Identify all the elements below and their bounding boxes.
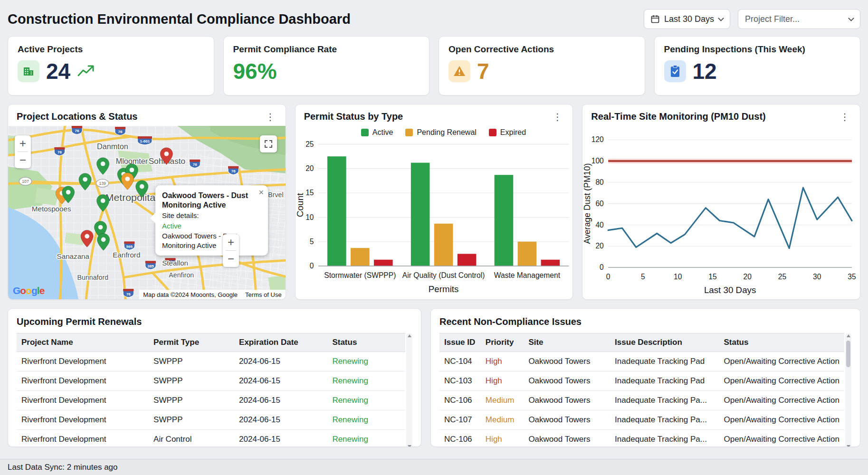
google-logo[interactable]: Google	[13, 285, 44, 296]
svg-text:100: 100	[591, 157, 604, 165]
legend-swatch	[361, 129, 369, 136]
kebab-menu-icon[interactable]: ⋮	[551, 112, 564, 122]
svg-text:5: 5	[641, 273, 645, 281]
svg-text:385: 385	[147, 264, 154, 268]
table-cell: Riverfront Development	[17, 410, 149, 430]
map-town-label: Steallon	[162, 259, 188, 267]
svg-text:Average Dust (PM10): Average Dust (PM10)	[582, 163, 592, 244]
scroll-up-icon[interactable]	[847, 334, 850, 337]
legend-label: Active	[372, 128, 393, 137]
kpi-value: 24	[46, 60, 70, 82]
bar	[494, 175, 513, 266]
table-cell: Oakwood Towers	[524, 371, 610, 391]
date-range-selector[interactable]: Last 30 Days	[644, 9, 730, 29]
highway-shield-icon: 1-601	[138, 136, 152, 145]
scrollbar-thumb[interactable]	[846, 341, 850, 367]
table-cell: NC-106	[439, 430, 481, 447]
bar	[411, 163, 430, 266]
terms-of-use-link[interactable]: Terms of Use	[241, 290, 286, 299]
map-panel-title: Project Locations & Status	[17, 111, 138, 122]
table-cell: Air Control	[149, 430, 234, 447]
legend-item[interactable]: Expired	[489, 128, 526, 137]
svg-text:107: 107	[22, 179, 29, 184]
project-filter-placeholder: Project Filter...	[745, 14, 800, 24]
scroll-down-icon[interactable]	[847, 445, 850, 447]
highway-shield-icon: 76	[54, 147, 65, 156]
zoom-in-button[interactable]: +	[223, 234, 239, 250]
table-row: NC-107MediumOakwood TowersInadequate Tra…	[439, 410, 844, 430]
map-town-label: Eanfrord	[113, 251, 140, 259]
kebab-menu-icon[interactable]: ⋮	[838, 112, 851, 122]
tables-row: Upcoming Permit Renewals Project NamePer…	[8, 308, 860, 447]
highway-shield-icon: 76	[190, 160, 200, 168]
zoom-out-button[interactable]: −	[15, 152, 31, 168]
column-header: Status	[719, 333, 844, 352]
page-title: Construction Environmental Compliance Da…	[8, 11, 351, 27]
highway-shield-icon: 139	[96, 179, 108, 187]
svg-text:20: 20	[596, 242, 604, 250]
kpi-value: 7	[477, 60, 489, 82]
legend-swatch	[489, 129, 496, 136]
table-cell: Inadequate Tracking Pa...	[610, 410, 719, 430]
table-row: Riverfront DevelopmentSWPPP2024-06-15Ren…	[17, 410, 405, 430]
building-icon	[18, 60, 39, 82]
svg-text:20: 20	[744, 273, 752, 281]
scrollbar[interactable]	[845, 333, 851, 447]
scroll-up-icon[interactable]	[408, 334, 411, 337]
column-header: Issue Description	[610, 333, 719, 352]
table-cell: NC-103	[439, 371, 481, 391]
table-cell: Riverfront Development	[17, 391, 149, 410]
legend-item[interactable]: Pending Renewal	[405, 128, 476, 137]
kpi-card-active-projects: Active Projects 24	[8, 36, 214, 95]
kpi-label: Active Projects	[18, 44, 204, 55]
svg-text:30: 30	[813, 273, 821, 281]
scrollbar[interactable]	[406, 333, 412, 447]
bar	[351, 248, 370, 266]
close-icon[interactable]: ×	[258, 188, 264, 198]
map-info-popup: × Oakwood Towers - Dust Monitoring Activ…	[155, 185, 268, 256]
table-row: NC-106HighOakwood TowersInadequate Track…	[439, 430, 844, 447]
bar	[541, 260, 560, 266]
map-town-label: Aenfiron	[169, 271, 194, 279]
bar-chart-title: Permit Status by Type	[304, 111, 403, 122]
popup-status: Active	[162, 221, 261, 231]
kebab-menu-icon[interactable]: ⋮	[264, 112, 277, 122]
kpi-value: 12	[693, 60, 717, 82]
table-cell: 2024-06-15	[234, 430, 327, 447]
legend-swatch	[405, 129, 413, 136]
zoom-in-button[interactable]: +	[15, 135, 31, 152]
svg-text:Last 30 Days: Last 30 Days	[704, 285, 756, 295]
table-cell: Riverfront Development	[17, 352, 149, 371]
table-cell: NC-104	[439, 352, 481, 371]
table-cell: Medium	[481, 391, 524, 410]
scroll-down-icon[interactable]	[408, 445, 411, 447]
bar-chart-panel: Permit Status by Type ⋮ ActivePending Re…	[295, 104, 573, 300]
map-town-label: Bunnaford	[77, 274, 108, 281]
zoom-out-button[interactable]: −	[223, 251, 239, 267]
pm10-series-line	[609, 188, 852, 248]
bar-chart: 0510152025Stormwater (SWPPP)Air Quality …	[296, 139, 573, 299]
highway-shield-icon: 107	[19, 177, 31, 185]
legend-item[interactable]: Active	[361, 128, 393, 137]
highway-shield-icon: 595	[124, 241, 134, 250]
fullscreen-icon	[265, 140, 272, 148]
table-cell: Open/Awaiting Corrective Action	[719, 371, 844, 391]
svg-text:139: 139	[99, 181, 106, 186]
warning-icon	[448, 60, 470, 82]
kpi-card-pending-inspections: Pending Inspections (This Week) 12	[654, 36, 861, 95]
bar	[517, 242, 536, 266]
project-filter-select[interactable]: Project Filter...	[738, 9, 860, 29]
table-cell: Open/Awaiting Corrective Action	[719, 352, 844, 371]
table-cell: Inadequate Tracking Pad	[610, 352, 719, 371]
legend-label: Pending Renewal	[417, 128, 476, 137]
map-canvas[interactable]: 761-60176767676107139595A838576 DanmtonM…	[8, 126, 286, 299]
kpi-card-corrective-actions: Open Corrective Actions 7	[439, 36, 645, 95]
map-zoom-control-secondary: + −	[223, 234, 239, 267]
line-chart: 02040608010012005101520253035Last 30 Day…	[582, 126, 860, 300]
table-cell: 2024-06-15	[234, 391, 327, 410]
table-row: NC-104HighOakwood TowersInadequate Track…	[439, 352, 844, 371]
fullscreen-button[interactable]	[260, 135, 277, 152]
highway-shield-icon: 76	[115, 127, 125, 135]
column-header: Status	[327, 333, 405, 352]
svg-text:Permits: Permits	[429, 284, 459, 294]
